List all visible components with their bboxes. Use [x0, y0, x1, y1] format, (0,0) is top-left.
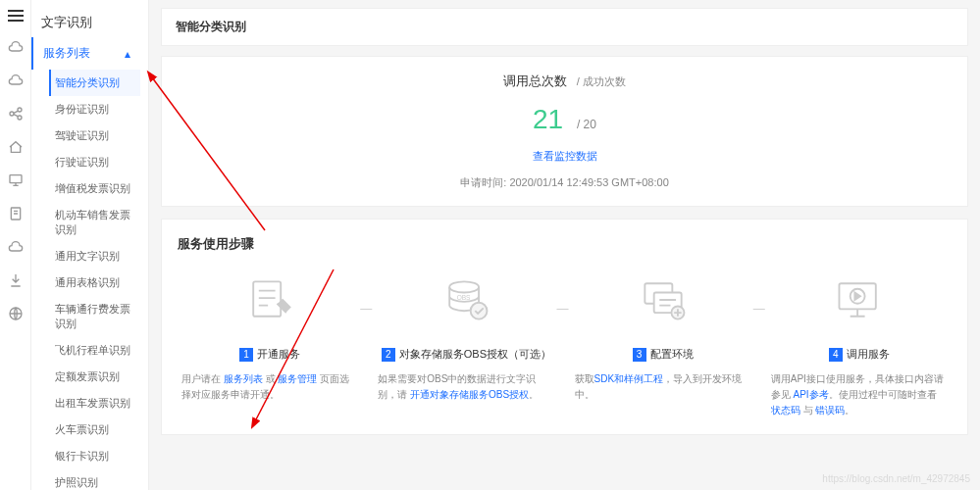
- step-link[interactable]: API参考: [794, 389, 829, 400]
- sidebar-item-2[interactable]: 驾驶证识别: [49, 122, 140, 149]
- sidebar: 文字识别 服务列表 ▴ 智能分类识别身份证识别驾驶证识别行驶证识别增值税发票识别…: [31, 0, 149, 490]
- svg-point-2: [18, 116, 22, 120]
- step-link[interactable]: 错误码: [815, 405, 845, 416]
- hamburger-icon[interactable]: [8, 10, 24, 22]
- rail-icon-4[interactable]: [8, 139, 24, 155]
- sidebar-item-8[interactable]: 车辆通行费发票识别: [49, 296, 140, 337]
- sidebar-item-9[interactable]: 飞机行程单识别: [49, 337, 140, 364]
- sidebar-item-7[interactable]: 通用表格识别: [49, 270, 140, 296]
- step-label: 3配置环境: [571, 347, 755, 362]
- svg-point-7: [450, 281, 480, 292]
- sidebar-item-10[interactable]: 定额发票识别: [49, 364, 140, 390]
- sidebar-item-4[interactable]: 增值税发票识别: [49, 175, 140, 202]
- rail-icon-5[interactable]: [8, 172, 24, 188]
- step-1: 1开通服务用户请在 服务列表 或 服务管理 页面选择对应服务申请开通。: [178, 272, 362, 418]
- stats-link[interactable]: 查看监控数据: [178, 149, 952, 164]
- step-link[interactable]: SDK和样例工程: [594, 373, 664, 384]
- step-label: 1开通服务: [178, 347, 362, 362]
- page-title: 智能分类识别: [161, 8, 968, 46]
- sidebar-category[interactable]: 服务列表 ▴: [31, 37, 140, 70]
- svg-point-8: [471, 303, 488, 319]
- step-icon: [636, 272, 691, 327]
- sidebar-item-0[interactable]: 智能分类识别: [49, 70, 140, 96]
- rail-icon-9[interactable]: [8, 306, 24, 321]
- step-icon: [242, 272, 297, 327]
- steps-title: 服务使用步骤: [178, 235, 952, 253]
- sidebar-item-11[interactable]: 出租车发票识别: [49, 390, 140, 416]
- sidebar-item-1[interactable]: 身份证识别: [49, 96, 140, 122]
- step-desc: 如果需要对OBS中的数据进行文字识别，请 开通对象存储服务OBS授权。: [374, 371, 558, 403]
- rail-icon-1[interactable]: [8, 39, 24, 55]
- step-link[interactable]: 开通对象存储服务OBS授权: [410, 389, 529, 400]
- sidebar-item-6[interactable]: 通用文字识别: [49, 243, 140, 270]
- watermark: https://blog.csdn.net/m_42972845: [822, 473, 970, 484]
- stats-time: 申请时间: 2020/01/14 12:49:53 GMT+08:00: [178, 175, 952, 190]
- sidebar-item-3[interactable]: 行驶证识别: [49, 149, 140, 175]
- step-icon: [832, 272, 887, 327]
- svg-text:OBS: OBS: [457, 294, 471, 301]
- step-4: 4调用服务调用API接口使用服务，具体接口内容请参见 API参考。使用过程中可随…: [767, 272, 952, 418]
- sidebar-item-14[interactable]: 护照识别: [49, 469, 140, 490]
- step-2: OBS2对象存储服务OBS授权（可选）如果需要对OBS中的数据进行文字识别，请 …: [374, 272, 558, 418]
- sidebar-item-13[interactable]: 银行卡识别: [49, 443, 140, 469]
- rail-icon-7[interactable]: [8, 239, 24, 255]
- sidebar-title: 文字识别: [31, 8, 140, 37]
- step-3: 3配置环境获取SDK和样例工程，导入到开发环境中。: [571, 272, 755, 418]
- stats-heading: 调用总次数 / 成功次数: [178, 73, 952, 90]
- sidebar-items: 智能分类识别身份证识别驾驶证识别行驶证识别增值税发票识别机动车销售发票识别通用文…: [31, 70, 140, 490]
- rail-icon-8[interactable]: [8, 272, 24, 288]
- chevron-up-icon: ▴: [125, 47, 130, 61]
- step-link[interactable]: 服务列表: [224, 373, 263, 384]
- svg-point-0: [10, 112, 14, 116]
- stats-value: 21 / 20: [178, 104, 952, 135]
- icon-rail: [0, 0, 31, 490]
- step-label: 4调用服务: [767, 347, 952, 362]
- stats-card: 调用总次数 / 成功次数 21 / 20 查看监控数据 申请时间: 2020/0…: [161, 56, 968, 207]
- step-icon: OBS: [438, 272, 493, 327]
- step-desc: 调用API接口使用服务，具体接口内容请参见 API参考。使用过程中可随时查看 状…: [767, 371, 952, 418]
- rail-icon-3[interactable]: [8, 106, 24, 122]
- step-link[interactable]: 服务管理: [278, 373, 317, 384]
- sidebar-item-12[interactable]: 火车票识别: [49, 416, 140, 443]
- steps-card: 服务使用步骤 1开通服务用户请在 服务列表 或 服务管理 页面选择对应服务申请开…: [161, 219, 968, 435]
- step-label: 2对象存储服务OBS授权（可选）: [374, 347, 558, 362]
- step-desc: 获取SDK和样例工程，导入到开发环境中。: [571, 371, 755, 403]
- steps-row: 1开通服务用户请在 服务列表 或 服务管理 页面选择对应服务申请开通。OBS2对…: [178, 272, 952, 418]
- rail-icon-2[interactable]: [8, 73, 24, 88]
- step-link[interactable]: 状态码: [771, 405, 800, 416]
- rail-icon-6[interactable]: [8, 206, 24, 221]
- svg-rect-3: [10, 175, 22, 183]
- svg-point-1: [18, 108, 22, 112]
- sidebar-item-5[interactable]: 机动车销售发票识别: [49, 202, 140, 243]
- step-desc: 用户请在 服务列表 或 服务管理 页面选择对应服务申请开通。: [178, 371, 362, 403]
- main: 智能分类识别 调用总次数 / 成功次数 21 / 20 查看监控数据 申请时间:…: [149, 0, 980, 490]
